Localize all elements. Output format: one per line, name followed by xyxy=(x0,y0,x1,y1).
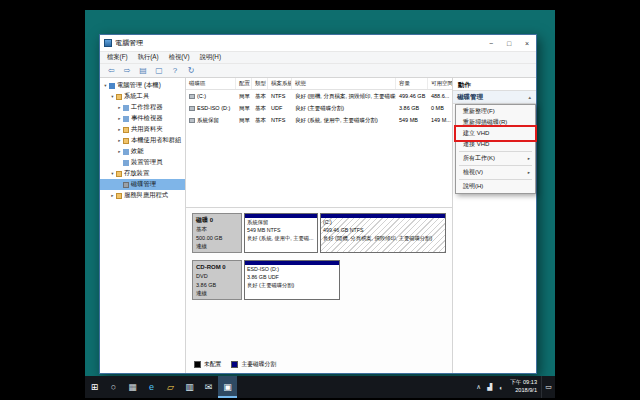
tree-item[interactable]: ▾系統工具 xyxy=(100,91,185,102)
partition-body: ESD-ISO (D:)3.86 GB UDF良好 (主要磁碟分割) xyxy=(245,265,339,299)
expand-arrow-icon[interactable]: ▾ xyxy=(109,94,116,99)
column-header[interactable]: 磁碟區 xyxy=(186,78,236,89)
expand-arrow-icon[interactable]: ▸ xyxy=(116,116,123,121)
computer-management-icon[interactable]: ▣ xyxy=(218,376,237,398)
column-header[interactable]: 類型 xyxy=(252,78,268,89)
partition-block[interactable]: (C:)499.46 GB NTFS良好 (開機, 分頁檔案, 損毀傾印, 主要… xyxy=(320,213,446,253)
clock-time: 下午 09:13 xyxy=(510,379,537,387)
close-button[interactable]: × xyxy=(518,35,536,51)
folder-icon xyxy=(116,171,122,177)
taskbar-clock[interactable]: 下午 09:13 2018/9/1 xyxy=(510,379,537,394)
column-header[interactable]: 容量 xyxy=(396,78,428,89)
mail-icon[interactable]: ✉ xyxy=(199,376,218,398)
tree-item-label: 本機使用者和群組 xyxy=(131,136,181,145)
volume-cell: 基本 xyxy=(252,93,268,100)
tree-item-label: 共用資料夾 xyxy=(131,125,162,134)
expand-arrow-icon[interactable]: ▾ xyxy=(102,83,109,88)
maximize-button[interactable]: □ xyxy=(500,35,518,51)
volume-icon[interactable]: ◖ xyxy=(495,384,506,391)
start-button[interactable]: ⊞ xyxy=(85,376,104,398)
desktop: 電腦管理 − □ × 檔案(F)執行(A)檢視(V)說明(H) ⇦⇨▤▢?↻ ▾… xyxy=(85,10,555,398)
partitions: 系統保留549 MB NTFS良好 (系統, 使用中, 主要磁...(C:)49… xyxy=(244,213,446,253)
search-icon[interactable]: ○ xyxy=(104,376,123,398)
volume-row[interactable]: (C:)簡單基本NTFS良好 (開機, 分頁檔案, 損毀傾印, 主要磁碟分割)4… xyxy=(186,90,452,102)
menu-separator xyxy=(459,165,532,166)
menu-item[interactable]: 執行(A) xyxy=(134,53,163,62)
partition-block[interactable]: 系統保留549 MB NTFS良好 (系統, 使用中, 主要磁... xyxy=(244,213,318,253)
partition-status: 良好 (系統, 使用中, 主要磁... xyxy=(247,235,315,243)
context-menu-item[interactable]: 重新掃描磁碟(R) xyxy=(457,117,534,128)
volume-cell: 良好 (系統, 使用中, 主要磁碟分割) xyxy=(292,117,396,124)
volume-cell: 3.86 GB xyxy=(396,105,428,111)
forward-icon[interactable]: ⇨ xyxy=(121,66,133,75)
partition-title: ESD-ISO (D:) xyxy=(247,266,337,274)
actions-section-disk-management[interactable]: 磁碟管理 ▲ xyxy=(453,91,536,104)
menu-item[interactable]: 檢視(V) xyxy=(165,53,194,62)
disk-management-main: 磁碟區配置類型檔案系統狀態容量可用空間 (C:)簡單基本NTFS良好 (開機, … xyxy=(186,78,452,373)
expand-arrow-icon[interactable]: ▸ xyxy=(116,127,123,132)
system-tray: ∧▟◖ 下午 09:13 2018/9/1 ▭ xyxy=(473,376,555,398)
tree-item[interactable]: ▸本機使用者和群組 xyxy=(100,135,185,146)
tree-item[interactable]: 磁碟管理 xyxy=(100,179,185,190)
tree-item[interactable]: ▾存放裝置 xyxy=(100,168,185,179)
collapse-icon[interactable]: ▲ xyxy=(528,95,532,100)
expand-arrow-icon[interactable]: ▸ xyxy=(116,149,123,154)
tree-item-label: 磁碟管理 xyxy=(131,180,156,189)
volume-row[interactable]: ESD-ISO (D:)簡單基本UDF良好 (主要磁碟分割)3.86 GB0 M… xyxy=(186,102,452,114)
refresh-icon[interactable]: ↻ xyxy=(185,66,197,75)
tree-item-label: 系統工具 xyxy=(124,92,149,101)
column-header[interactable]: 可用空間 xyxy=(428,78,452,89)
tree-item-label: 效能 xyxy=(131,147,144,156)
tree-item[interactable]: ▸工作排程器 xyxy=(100,102,185,113)
minimize-button[interactable]: − xyxy=(482,35,500,51)
disk-icon xyxy=(123,182,129,188)
disk-graphical-view: 磁碟 0基本500.00 GB連線系統保留549 MB NTFS良好 (系統, … xyxy=(186,208,452,373)
help-icon[interactable]: ? xyxy=(169,66,181,75)
legend: 未配置主要磁碟分割 xyxy=(194,360,276,369)
context-menu-item[interactable]: 重新整理(F) xyxy=(457,106,534,117)
properties-icon[interactable]: ▢ xyxy=(153,66,165,75)
context-menu-item-label: 檢視(V) xyxy=(463,168,483,177)
tree-item[interactable]: ▸共用資料夾 xyxy=(100,124,185,135)
volume-cell: 簡單 xyxy=(236,93,252,100)
store-icon[interactable]: ▥ xyxy=(180,376,199,398)
tree-item[interactable]: ▸服務與應用程式 xyxy=(100,190,185,201)
column-header[interactable]: 狀態 xyxy=(292,78,396,89)
expand-arrow-icon[interactable]: ▸ xyxy=(116,138,123,143)
disk-name: CD-ROM 0 xyxy=(196,263,238,272)
column-header[interactable]: 配置 xyxy=(236,78,252,89)
tree-item[interactable]: ▸事件檢視器 xyxy=(100,113,185,124)
expand-arrow-icon[interactable]: ▸ xyxy=(109,193,116,198)
disk-header[interactable]: CD-ROM 0DVD3.86 GB連線 xyxy=(192,260,242,300)
tray-expand-icon[interactable]: ∧ xyxy=(473,383,484,391)
volume-cell: 0 MB xyxy=(428,105,452,111)
legend-label: 未配置 xyxy=(204,360,221,369)
tree-item[interactable]: 裝置管理員 xyxy=(100,157,185,168)
volume-row[interactable]: 系統保留簡單基本NTFS良好 (系統, 使用中, 主要磁碟分割)549 MB14… xyxy=(186,114,452,126)
network-icon[interactable]: ▟ xyxy=(484,383,495,391)
volume-cell: (C:) xyxy=(186,93,236,99)
edge-icon[interactable]: e xyxy=(142,376,161,398)
partition-block[interactable]: ESD-ISO (D:)3.86 GB UDF良好 (主要磁碟分割) xyxy=(244,260,340,300)
context-menu-item[interactable]: 建立 VHD xyxy=(457,128,534,139)
disk-name: 磁碟 0 xyxy=(196,216,238,225)
context-menu-item[interactable]: 檢視(V)▸ xyxy=(457,167,534,178)
menu-item[interactable]: 檔案(F) xyxy=(103,53,132,62)
expand-arrow-icon[interactable]: ▸ xyxy=(116,105,123,110)
column-header[interactable]: 檔案系統 xyxy=(268,78,292,89)
task-view-icon[interactable]: ▦ xyxy=(123,376,142,398)
context-menu-item[interactable]: 所有工作(K)▸ xyxy=(457,153,534,164)
expand-arrow-icon[interactable]: ▾ xyxy=(109,171,116,176)
volume-cell: 499.46 GB xyxy=(396,93,428,99)
console-tree-icon[interactable]: ▤ xyxy=(137,66,149,75)
tree-item[interactable]: ▸效能 xyxy=(100,146,185,157)
context-menu-item[interactable]: 說明(H) xyxy=(457,181,534,192)
window-titlebar[interactable]: 電腦管理 − □ × xyxy=(100,35,536,51)
menu-item[interactable]: 說明(H) xyxy=(196,53,225,62)
disk-header[interactable]: 磁碟 0基本500.00 GB連線 xyxy=(192,213,242,253)
tree-item[interactable]: ▾電腦管理 (本機) xyxy=(100,80,185,91)
file-explorer-icon[interactable]: ▱ xyxy=(161,376,180,398)
back-icon[interactable]: ⇦ xyxy=(105,66,117,75)
context-menu-item[interactable]: 連接 VHD xyxy=(457,139,534,150)
action-center-icon[interactable]: ▭ xyxy=(541,376,555,398)
